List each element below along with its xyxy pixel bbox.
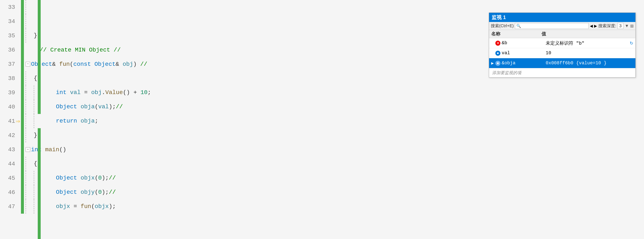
- search-icon: 🔍: [516, 24, 521, 28]
- line-number: 45: [0, 171, 21, 185]
- nav-left-icon[interactable]: ◀: [590, 24, 593, 28]
- line-code: Object obja(val);//: [24, 100, 644, 114]
- watch-panel: 监视 1 搜索(Ctrl+E) 🔍 ◀ ▶ 搜索深度: 3 ▼ ⊞ 名称 值 ✕…: [489, 12, 636, 77]
- collapse-button[interactable]: −: [26, 62, 30, 66]
- line-number: 46: [0, 185, 21, 199]
- table-row: 46 Object objy(0);//: [0, 185, 644, 199]
- filter-icon[interactable]: ▼: [625, 23, 629, 28]
- code-editor: 33 34 35 };: [0, 0, 644, 239]
- nav-right-icon[interactable]: ▶: [594, 24, 597, 28]
- code-comment: // Create MIN Object //: [40, 47, 120, 53]
- info-icon: ●: [495, 51, 500, 56]
- gutter: [21, 43, 24, 57]
- expand-icon: [491, 41, 495, 45]
- watch-panel-title: 监视 1: [489, 13, 636, 22]
- line-number: 35: [0, 28, 21, 43]
- code-text: {: [34, 160, 37, 167]
- gutter: [21, 85, 24, 100]
- indent-line-2: [34, 171, 34, 185]
- exec-arrow-icon: ⇒: [16, 117, 20, 125]
- code-text: {: [34, 75, 37, 81]
- watch-column-headers: 名称 值: [489, 30, 636, 38]
- code-keyword: Object: [56, 175, 77, 181]
- watch-value-val: 10: [546, 50, 633, 56]
- code-funcname: fun: [59, 61, 70, 67]
- gutter: [21, 171, 24, 185]
- line-number: 34: [0, 14, 21, 28]
- col-name-header: 名称: [491, 31, 542, 37]
- depth-label: 搜索深度:: [598, 23, 616, 29]
- gutter: [21, 114, 24, 128]
- line-number: 43: [0, 142, 21, 157]
- watch-row-val[interactable]: ● val 10: [489, 48, 636, 58]
- indent-line: [26, 157, 26, 171]
- info-icon-obja: ●: [495, 61, 500, 66]
- gutter: [21, 100, 24, 114]
- gutter: [21, 0, 24, 14]
- gutter: [21, 185, 24, 199]
- gutter: [21, 199, 24, 214]
- gutter: [21, 14, 24, 28]
- line-number: 47: [0, 199, 21, 214]
- indent-line: [26, 100, 26, 114]
- indent-line-2: [34, 199, 34, 214]
- col-value-header: 值: [542, 31, 633, 37]
- expand-icon-obja[interactable]: ▶: [491, 61, 495, 65]
- expand-icon: [491, 51, 495, 55]
- code-keyword: int: [56, 89, 66, 96]
- line-number: 42: [0, 128, 21, 142]
- refresh-row-icon[interactable]: ↻: [630, 41, 633, 46]
- watch-name-val: val: [502, 50, 546, 56]
- watch-add-prompt[interactable]: 添加要监视的项: [489, 68, 636, 77]
- table-row: 33: [0, 0, 644, 14]
- indent-line: [26, 128, 26, 142]
- code-text: }: [34, 132, 37, 138]
- line-code: [24, 0, 644, 14]
- gutter: [21, 28, 24, 43]
- line-code: Object objy(0);//: [24, 185, 644, 199]
- gutter: [21, 128, 24, 142]
- indent-line: [26, 28, 26, 43]
- indent-line: [26, 185, 26, 199]
- depth-value: 3: [618, 23, 624, 29]
- indent-line-2: [34, 114, 34, 128]
- line-code: {: [24, 157, 644, 171]
- gutter: [21, 71, 24, 85]
- watch-value-b: 未定义标识符 "b": [546, 40, 630, 46]
- indent-line-2: [34, 185, 34, 199]
- watch-row-b[interactable]: ✕ &b 未定义标识符 "b" ↻: [489, 38, 636, 48]
- indent-line: [26, 114, 26, 128]
- line-number: 38: [0, 71, 21, 85]
- line-number: 37: [0, 57, 21, 71]
- table-row: ⇒ 41 return obja;: [0, 114, 644, 128]
- code-keyword: Object: [56, 189, 77, 196]
- indent-line: [26, 171, 26, 185]
- line-code: −int main(): [24, 142, 644, 157]
- line-code: Object objx(0);//: [24, 171, 644, 185]
- watch-toolbar: 搜索(Ctrl+E) 🔍 ◀ ▶ 搜索深度: 3 ▼ ⊞: [489, 22, 636, 30]
- line-code: return obja;: [24, 114, 644, 128]
- code-keyword: Object: [31, 61, 52, 67]
- indent-line: [26, 71, 26, 85]
- gutter: [21, 142, 24, 157]
- search-box[interactable]: 🔍: [515, 23, 588, 29]
- table-row: 43 −int main(): [0, 142, 644, 157]
- line-code: }: [24, 128, 644, 142]
- collapse-button-main[interactable]: −: [26, 147, 30, 152]
- table-row: 42 }: [0, 128, 644, 142]
- line-number: 40: [0, 100, 21, 114]
- watch-value-obja: 0x008ff6b0 {value=10 }: [546, 60, 633, 66]
- watch-row-obja[interactable]: ▶ ● &obja 0x008ff6b0 {value=10 }: [489, 58, 636, 68]
- watch-name-obja: &obja: [502, 60, 546, 66]
- gutter: [21, 157, 24, 171]
- line-number: ⇒ 41: [0, 114, 21, 128]
- line-number: 44: [0, 157, 21, 171]
- indent-line: [26, 199, 26, 214]
- indent-line: [26, 14, 26, 28]
- gutter: [21, 57, 24, 71]
- line-code: int val = obj.Value() + 10;: [24, 85, 644, 100]
- table-row: 44 {: [0, 157, 644, 171]
- table-row: 47 objx = fun(objx);: [0, 199, 644, 214]
- table-row: 45 Object objx(0);//: [0, 171, 644, 185]
- refresh-icon[interactable]: ⊞: [630, 23, 634, 28]
